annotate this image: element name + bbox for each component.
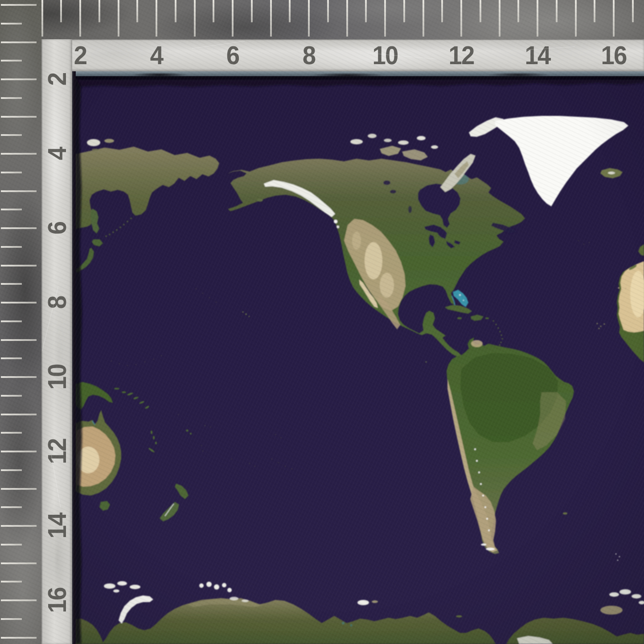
ruler-left-tick bbox=[1, 525, 37, 527]
ruler-left-tick bbox=[1, 376, 37, 378]
ruler-left-tick bbox=[1, 116, 37, 118]
ruler-top-number: 14 bbox=[525, 40, 550, 70]
ruler-left-tick bbox=[1, 488, 37, 490]
ruler-left-tick bbox=[1, 60, 22, 62]
ruler-top-number: 16 bbox=[601, 40, 627, 70]
map-fabric bbox=[75, 75, 644, 644]
ruler-left-tick bbox=[1, 134, 22, 136]
ruler-top-tick-band bbox=[0, 0, 644, 39]
ruler-top-tick bbox=[594, 0, 595, 22]
ruler-top-tick bbox=[98, 0, 100, 22]
ruler-left-tick bbox=[1, 581, 22, 582]
ruler-top-number: 4 bbox=[150, 40, 163, 70]
world-map bbox=[75, 75, 644, 644]
ruler-left-tick bbox=[1, 357, 22, 359]
ruler-left-number: 2 bbox=[42, 73, 72, 86]
ruler-top-tick bbox=[384, 0, 386, 37]
ruler-left-tick bbox=[1, 339, 37, 341]
ruler-top-tick bbox=[517, 0, 519, 22]
ruler-top-tick bbox=[480, 0, 481, 22]
ruler-top-tick bbox=[60, 0, 62, 22]
ruler-top-tick bbox=[422, 0, 424, 37]
ruler-left-tick bbox=[1, 97, 22, 99]
ruler-left-tick bbox=[1, 599, 37, 601]
ruler-left-tick bbox=[1, 618, 22, 620]
ruler-left-tick bbox=[1, 246, 22, 248]
ruler-left-tick bbox=[1, 544, 22, 546]
ruler-left-number: 10 bbox=[42, 365, 72, 390]
ruler-left-tick bbox=[1, 265, 37, 267]
ruler-left-tick bbox=[1, 451, 37, 452]
ruler-left-number-strip bbox=[41, 39, 72, 644]
ruler-top-tick bbox=[194, 0, 196, 37]
ruler-top-tick bbox=[403, 0, 405, 22]
ruler-top-tick bbox=[118, 0, 119, 37]
ruler-left-tick bbox=[1, 190, 37, 192]
ruler-top-tick bbox=[232, 0, 234, 37]
ruler-top-tick bbox=[270, 0, 272, 37]
ruler-top-tick bbox=[156, 0, 157, 37]
ruler-top-number: 6 bbox=[226, 40, 239, 70]
ruler-left-number: 8 bbox=[42, 296, 72, 309]
ruler-left-tick bbox=[1, 153, 37, 155]
ruler-top-tick bbox=[365, 0, 367, 22]
ruler-top-number: 10 bbox=[373, 40, 398, 70]
ruler-top-tick bbox=[632, 0, 634, 22]
ruler-top-tick bbox=[613, 0, 615, 37]
ruler-top-tick bbox=[327, 0, 329, 22]
ruler-left-number: 4 bbox=[42, 148, 72, 160]
ruler-left-number: 12 bbox=[42, 439, 72, 464]
ruler-left-tick bbox=[1, 320, 22, 322]
ruler-top-tick bbox=[136, 0, 138, 22]
photo-scene: CM 246810121416 246810121416 bbox=[0, 0, 644, 644]
ruler-left-tick bbox=[1, 414, 37, 415]
ruler-top-tick bbox=[41, 0, 43, 37]
ruler-left-tick bbox=[1, 506, 22, 508]
ruler-top-tick bbox=[346, 0, 348, 37]
ruler-left-tick bbox=[1, 562, 37, 564]
ruler-left-tick bbox=[1, 395, 22, 397]
ruler-top-tick bbox=[251, 0, 253, 22]
ruler-left-tick bbox=[1, 227, 37, 229]
ruler-top-number-strip bbox=[41, 39, 644, 71]
ruler-left-tick bbox=[1, 469, 22, 471]
ruler-top-tick bbox=[79, 0, 81, 37]
ruler-left-number: 14 bbox=[42, 513, 72, 539]
ruler-top-tick bbox=[499, 0, 500, 37]
ruler-left-tick bbox=[1, 209, 22, 210]
ruler-top-number: 12 bbox=[449, 40, 474, 70]
ruler-left-number: 16 bbox=[42, 588, 72, 613]
ruler-left-tick bbox=[1, 41, 37, 43]
ruler-left-tick bbox=[1, 4, 37, 6]
ruler-top-tick bbox=[460, 0, 462, 37]
ruler-left-tick bbox=[1, 172, 22, 173]
ruler-top-number: 8 bbox=[303, 40, 315, 70]
ruler-left-number: 6 bbox=[42, 222, 72, 234]
ruler-left-tick bbox=[1, 283, 22, 285]
ruler-top-tick bbox=[537, 0, 538, 37]
ruler-left-tick bbox=[1, 23, 22, 25]
ruler-left-tick bbox=[1, 432, 22, 434]
ruler-top-tick bbox=[175, 0, 176, 22]
ruler-left-tick bbox=[1, 78, 37, 80]
ruler-left-tick-band bbox=[0, 0, 41, 644]
ruler-top-number: 2 bbox=[74, 40, 86, 70]
ruler-top-tick bbox=[289, 0, 291, 22]
ruler-top-tick bbox=[441, 0, 443, 22]
ruler-top-tick bbox=[556, 0, 558, 22]
ruler-left-tick bbox=[1, 302, 37, 304]
ruler-left-tick bbox=[1, 637, 37, 639]
ruler-top-tick bbox=[308, 0, 310, 37]
ruler-top-tick bbox=[575, 0, 577, 37]
ruler-top-tick bbox=[213, 0, 214, 22]
